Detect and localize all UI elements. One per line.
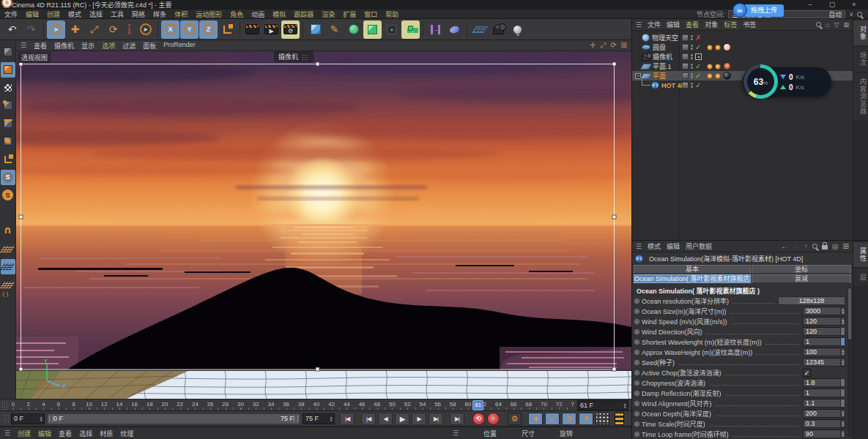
view-pan-icon[interactable]: ✛	[590, 41, 596, 50]
param-extra-box[interactable]	[840, 337, 845, 346]
param-extra-box[interactable]	[840, 389, 845, 397]
enable-check-icon[interactable]: ✓	[695, 62, 701, 70]
side-tab-1[interactable]: 层	[853, 269, 868, 286]
add-panel-icon[interactable]: ⊞	[843, 21, 849, 29]
edit-chip-icon[interactable]	[682, 82, 689, 89]
menu-item-1[interactable]: 编辑	[38, 429, 51, 438]
menu-item-5[interactable]: 工具	[111, 10, 124, 19]
timeline-playhead[interactable]: 61	[472, 400, 483, 410]
spinner-icon[interactable]: ▴▾	[840, 359, 845, 366]
enable-check-icon[interactable]: ✓	[695, 81, 701, 89]
texture-tag-icon[interactable]	[715, 64, 721, 70]
menu-item-2[interactable]: 查看	[686, 20, 699, 29]
record-parameter-toggle[interactable]: P	[579, 413, 593, 425]
autokey-button[interactable]: ○	[487, 413, 500, 425]
dynamic-grid-button[interactable]: ( )	[1, 277, 15, 293]
netdisk-progress-overlay[interactable]: 63% 0K/s 0K/s	[742, 67, 831, 97]
model-mode-button[interactable]	[1, 62, 15, 78]
menu-item-5[interactable]: 书签	[743, 20, 756, 29]
coordinates-menu-icon[interactable]: ☰	[453, 429, 459, 437]
drag-grip-icon[interactable]	[302, 54, 309, 60]
param-anim-dot-icon[interactable]	[634, 411, 639, 416]
edit-chip-icon[interactable]	[682, 72, 689, 79]
deformer-button[interactable]	[382, 20, 401, 39]
timeline-ruler[interactable]: 0246810121416182022242628303234363840424…	[10, 399, 574, 410]
param-anim-dot-icon[interactable]	[634, 350, 639, 355]
param-field[interactable]: 1.1▴▾	[803, 399, 845, 408]
menu-item-5[interactable]: 面板	[143, 41, 156, 50]
search-icon[interactable]	[857, 12, 862, 17]
edit-chip-icon[interactable]	[682, 53, 689, 60]
magnet-snap-button[interactable]: ∪	[1, 223, 15, 239]
render-to-picture-viewer-button[interactable]: ▶	[262, 20, 281, 39]
undo-button[interactable]: ↶	[3, 20, 21, 39]
side-tab-0[interactable]: 对象	[853, 20, 868, 45]
view-zoom-icon[interactable]: ⤢	[600, 41, 606, 50]
spacing-tool-button[interactable]: →	[426, 20, 445, 39]
rotate-button[interactable]: ⟳	[104, 20, 122, 39]
menu-item-1[interactable]: 编辑	[26, 10, 39, 19]
subdivision-surface-button[interactable]	[344, 20, 363, 39]
back-arrow-icon[interactable]: ←	[781, 242, 788, 250]
material-thumbnail[interactable]	[723, 62, 731, 70]
menu-item-4[interactable]: 材质	[100, 429, 113, 438]
minimize-button[interactable]: –	[799, 0, 821, 10]
keyframe-selection-button[interactable]: ⚙	[508, 413, 522, 425]
param-anim-dot-icon[interactable]	[634, 309, 639, 314]
phong-tag-icon[interactable]	[707, 64, 713, 70]
target-icon[interactable]: ◎	[832, 242, 839, 250]
attribute-tab-2[interactable]: Ocean Simulation( 落叶影视素材旗舰店 )	[634, 274, 751, 283]
record-scale-toggle[interactable]: ⤢	[545, 413, 560, 425]
snap-manual-button[interactable]: S	[1, 206, 15, 221]
menu-item-2[interactable]: 旋转	[560, 429, 573, 438]
search-icon[interactable]	[816, 22, 821, 27]
attribute-menu-icon[interactable]: ☰	[636, 243, 642, 250]
object-row-1[interactable]: 圆盘✓	[632, 42, 853, 52]
attribute-tab-3[interactable]: 衰减	[752, 274, 851, 283]
maximize-button[interactable]: ▢	[821, 0, 843, 10]
pen-spline-button[interactable]: ✎	[325, 20, 344, 39]
spinner-icon[interactable]: ▴▾	[840, 318, 845, 325]
side-tab-2[interactable]: 内容浏览器	[853, 73, 868, 120]
param-anim-dot-icon[interactable]	[634, 299, 639, 304]
attribute-scrollbar[interactable]	[847, 288, 852, 438]
disable-cross-icon[interactable]: ✗	[695, 34, 701, 42]
lock-x-axis-button[interactable]: X	[161, 20, 179, 39]
viewport-menu-icon[interactable]: ☰	[21, 42, 26, 49]
param-checkbox[interactable]: ✓	[803, 369, 811, 377]
menu-item-1[interactable]: 尺寸	[522, 429, 535, 438]
snap-auto-button[interactable]: S	[1, 187, 15, 203]
camera-target-icon[interactable]	[695, 53, 702, 60]
param-anim-dot-icon[interactable]	[634, 370, 639, 375]
up-arrow-icon[interactable]: ↑	[804, 242, 808, 250]
play-button[interactable]: ▶	[395, 413, 409, 425]
edge-mode-button[interactable]	[1, 116, 15, 131]
enable-check-icon[interactable]: ✓	[695, 72, 701, 80]
menu-item-9[interactable]: 运动图形	[196, 10, 222, 19]
axis-mode-button[interactable]	[1, 151, 15, 167]
workplane-lock-button[interactable]	[1, 259, 15, 274]
menu-item-0[interactable]: 文件	[648, 20, 661, 29]
camera-hud-chip[interactable]: 摄像机	[274, 51, 314, 62]
record-keyframe-button[interactable]: ⟲	[472, 413, 485, 425]
visibility-dots-icon[interactable]	[691, 54, 693, 60]
param-field[interactable]: 120▴▾	[803, 327, 845, 336]
menu-item-15[interactable]: 扩展	[343, 10, 356, 19]
param-anim-dot-icon[interactable]	[634, 339, 639, 345]
texture-tag-icon[interactable]	[715, 73, 721, 79]
menu-item-0[interactable]: 模式	[648, 241, 661, 251]
texture-mode-button[interactable]	[1, 80, 15, 95]
param-anim-dot-icon[interactable]	[634, 380, 639, 386]
spinner-icon[interactable]: ▴▾	[840, 420, 845, 427]
param-field[interactable]: 100▴▾	[803, 348, 845, 356]
attribute-tab-0[interactable]: 基本	[634, 265, 751, 274]
menu-item-3[interactable]: 模式	[68, 10, 81, 19]
menu-item-2[interactable]: 查看	[59, 429, 72, 438]
spinner-icon[interactable]: ▴▾	[40, 416, 42, 421]
drag-upload-label[interactable]: 拖拽上传	[744, 4, 784, 17]
spinner-icon[interactable]: ▴▾	[840, 410, 845, 417]
menu-item-4[interactable]: 过滤	[122, 41, 136, 50]
spinner-icon[interactable]: ▴▾	[840, 348, 845, 356]
menu-item-6[interactable]: ProRender	[163, 41, 196, 50]
end-frame-field[interactable]: 75 F ▴▾	[303, 413, 335, 424]
